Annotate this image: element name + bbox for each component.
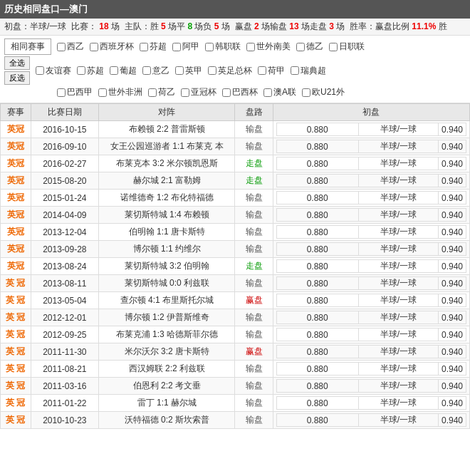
checkbox-芬超[interactable] — [140, 43, 148, 51]
table-row: 英 冠2012-12-01博尔顿 1:2 伊普斯维奇输盘0.880半球/一球0.… — [1, 309, 470, 326]
all-invert-buttons: 全选 反选 — [4, 56, 30, 85]
checkbox-德乙[interactable] — [296, 43, 305, 51]
cell-match: 布莱克本 3:2 米尔顿凯恩斯 — [99, 155, 235, 172]
cell-league: 英 冠 — [1, 309, 31, 326]
cell-match: 伯明翰 1:1 唐卡斯特 — [99, 224, 235, 241]
cell-result: 输盘 — [235, 241, 273, 258]
checkbox-葡超[interactable] — [110, 66, 118, 75]
checkbox-英足总杯[interactable] — [208, 66, 216, 75]
checkbox-label-欧U21外: 欧U21外 — [312, 86, 345, 98]
cell-initial: 0.880半球/一球0.940 — [273, 241, 469, 258]
checkbox-item-4: 英甲 — [175, 65, 202, 77]
invert-button[interactable]: 反选 — [4, 71, 30, 85]
cell-date: 2011-08-21 — [31, 361, 99, 378]
checkbox-item-5: 世外南美 — [246, 41, 291, 53]
checkbox-item-0: 巴西甲 — [57, 86, 93, 98]
checkbox-label-韩职联: 韩职联 — [215, 41, 241, 53]
cell-league: 英 冠 — [1, 326, 31, 343]
cell-match: 查尔顿 4:1 布里斯托尔城 — [99, 292, 235, 309]
checkbox-阿甲[interactable] — [172, 43, 181, 51]
checkbox-亚冠杯[interactable] — [181, 88, 189, 97]
cell-match: 博尔顿 1:1 约维尔 — [99, 241, 235, 258]
cell-result: 输盘 — [235, 207, 273, 224]
checkbox-label-巴西甲: 巴西甲 — [67, 86, 93, 98]
cell-initial: 0.880半球/一球0.940 — [273, 172, 469, 190]
checkbox-苏超[interactable] — [77, 66, 85, 75]
table-row: 英 冠2013-08-11莱切斯特城 0:0 利兹联输盘0.880半球/一球0.… — [1, 275, 470, 292]
table-row: 英冠2013-09-28博尔顿 1:1 约维尔输盘0.880半球/一球0.940 — [1, 241, 470, 258]
cell-league: 英冠 — [1, 207, 31, 224]
checkbox-世外南美[interactable] — [246, 43, 255, 51]
cell-result: 输盘 — [235, 378, 273, 395]
related-match-button[interactable]: 相同赛事 — [4, 38, 51, 55]
cell-date: 2011-11-30 — [31, 343, 99, 361]
cell-league: 英冠 — [1, 241, 31, 258]
col-handicap: 盘路 — [235, 104, 273, 121]
cell-initial: 0.880半球/一球0.940 — [273, 395, 469, 412]
cell-initial: 0.880半球/一球0.940 — [273, 155, 469, 172]
filter-section: 相同赛事 西乙西班牙杯芬超阿甲韩职联世外南美德乙日职联 全选 反选 友谊赛苏超葡… — [0, 36, 470, 103]
cell-result: 输盘 — [235, 224, 273, 241]
checkbox-瑞典超[interactable] — [291, 66, 299, 75]
cell-league: 英冠 — [1, 172, 31, 190]
checkbox-澳A联[interactable] — [263, 88, 272, 97]
cell-date: 2015-08-20 — [31, 172, 99, 190]
checkbox-item-0: 西乙 — [57, 41, 84, 53]
cell-date: 2016-09-10 — [31, 138, 99, 155]
checkbox-友谊赛[interactable] — [36, 66, 44, 75]
checkbox-label-意乙: 意乙 — [152, 65, 169, 77]
checkbox-item-6: 荷甲 — [258, 65, 285, 77]
checkbox-label-英足总杯: 英足总杯 — [218, 65, 252, 77]
checkbox-韩职联[interactable] — [205, 43, 214, 51]
checkbox-label-瑞典超: 瑞典超 — [301, 65, 326, 77]
checkbox-巴西甲[interactable] — [57, 88, 66, 97]
checkbox-group-2: 友谊赛苏超葡超意乙英甲英足总杯荷甲瑞典超 — [36, 65, 326, 77]
table-row: 英冠2016-10-15布赖顿 2:2 普雷斯顿输盘0.880半球/一球0.94… — [1, 121, 470, 138]
checkbox-item-1: 西班牙杯 — [90, 41, 134, 53]
checkbox-item-7: 瑞典超 — [291, 65, 326, 77]
checkbox-item-2: 芬超 — [140, 41, 167, 53]
all-button[interactable]: 全选 — [4, 56, 30, 70]
cell-match: 沃特福德 0:2 斯坎索普 — [99, 412, 235, 429]
checkbox-item-2: 葡超 — [110, 65, 137, 77]
cell-result: 输盘 — [235, 309, 273, 326]
checkbox-世外非洲[interactable] — [98, 88, 107, 97]
checkbox-荷甲[interactable] — [258, 66, 266, 75]
cell-initial: 0.880半球/一球0.940 — [273, 275, 469, 292]
checkbox-label-友谊赛: 友谊赛 — [46, 65, 71, 77]
checkbox-日职联[interactable] — [329, 43, 338, 51]
checkbox-西乙[interactable] — [57, 43, 66, 51]
cell-league: 英 冠 — [1, 361, 31, 378]
table-row: 英 冠2011-01-22雷丁 1:1 赫尔城输盘0.880半球/一球0.940 — [1, 395, 470, 412]
checkbox-荷乙[interactable] — [148, 88, 157, 97]
cell-date: 2013-08-24 — [31, 258, 99, 275]
checkbox-巴西杯[interactable] — [222, 88, 231, 97]
checkbox-item-3: 意乙 — [142, 65, 169, 77]
checkbox-label-亚冠杯: 亚冠杯 — [191, 86, 216, 98]
checkbox-group-3: 巴西甲世外非洲荷乙亚冠杯巴西杯澳A联欧U21外 — [57, 86, 345, 98]
cell-date: 2013-05-04 — [31, 292, 99, 309]
cell-league: 英冠 — [1, 258, 31, 275]
checkbox-英甲[interactable] — [175, 66, 184, 75]
cell-initial: 0.880半球/一球0.940 — [273, 258, 469, 275]
cell-match: 伯恩利 2:2 考文垂 — [99, 378, 235, 395]
checkbox-label-西乙: 西乙 — [67, 41, 84, 53]
cell-date: 2013-09-28 — [31, 241, 99, 258]
checkbox-label-葡超: 葡超 — [120, 65, 137, 77]
checkbox-意乙[interactable] — [142, 66, 151, 75]
cell-league: 英 冠 — [1, 275, 31, 292]
checkbox-label-世外非洲: 世外非洲 — [108, 86, 142, 98]
cell-result: 赢盘 — [235, 343, 273, 361]
cell-date: 2011-03-16 — [31, 378, 99, 395]
cell-initial: 0.880半球/一球0.940 — [273, 309, 469, 326]
cell-initial: 0.880半球/一球0.940 — [273, 343, 469, 361]
cell-result: 走盘 — [235, 258, 273, 275]
cell-league: 英 冠 — [1, 412, 31, 429]
checkbox-西班牙杯[interactable] — [90, 43, 98, 51]
checkbox-item-3: 亚冠杯 — [181, 86, 216, 98]
cell-date: 2010-10-23 — [31, 412, 99, 429]
checkbox-item-1: 苏超 — [77, 65, 104, 77]
cell-result: 输盘 — [235, 121, 273, 138]
checkbox-label-世外南美: 世外南美 — [256, 41, 291, 53]
checkbox-欧U21外[interactable] — [302, 88, 310, 97]
